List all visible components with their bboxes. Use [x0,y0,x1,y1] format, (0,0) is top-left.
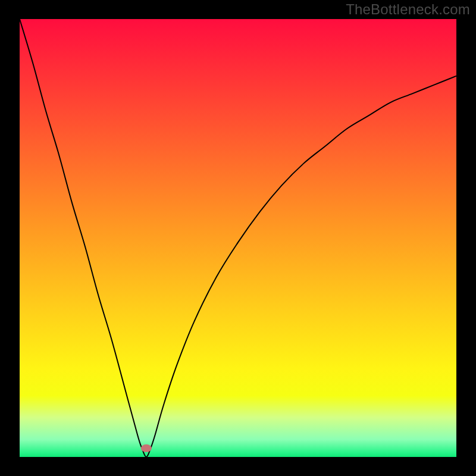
chart-background [20,19,456,457]
minimum-marker [141,444,152,452]
chart-root: TheBottleneck.com [0,0,476,476]
watermark-text: TheBottleneck.com [346,1,470,18]
chart-canvas [0,0,476,476]
